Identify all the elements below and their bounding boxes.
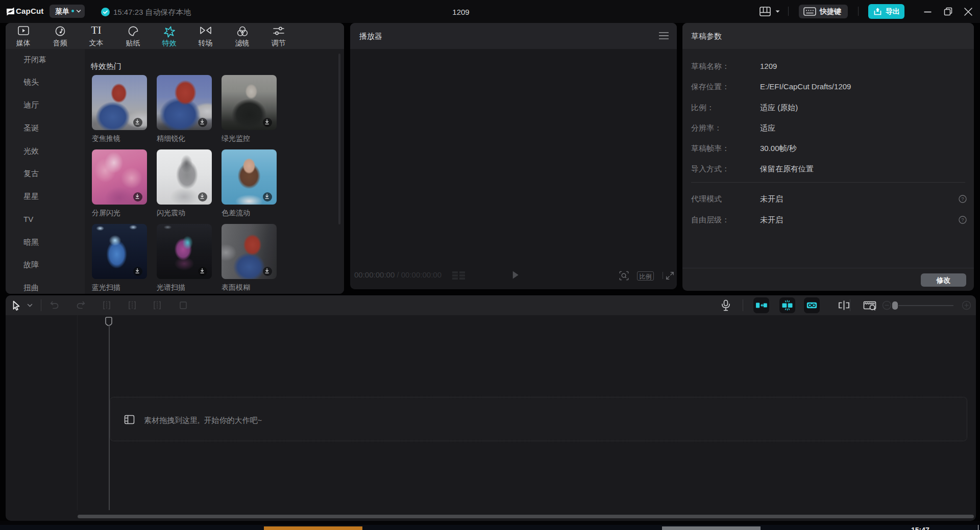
svg-text:?: ? bbox=[961, 217, 964, 222]
svg-text:?: ? bbox=[961, 196, 964, 201]
